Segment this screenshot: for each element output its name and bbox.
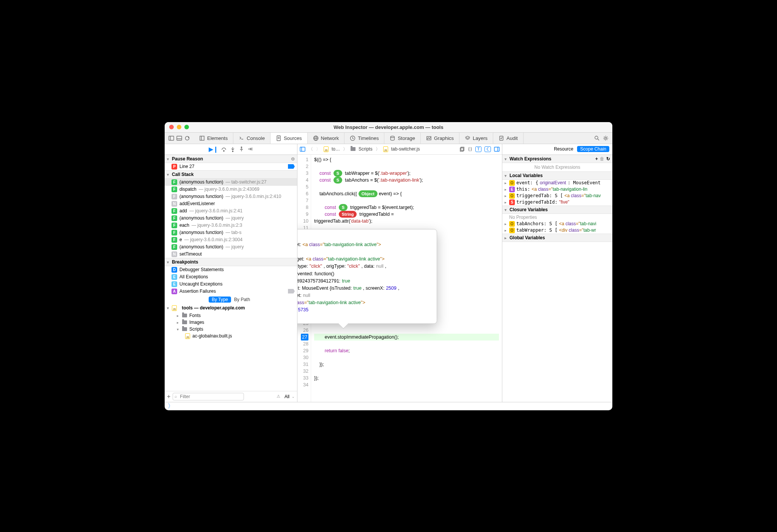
popover-property[interactable]: N relatedTarget: null (297, 292, 433, 299)
resume-icon[interactable]: ▶❙ (209, 146, 218, 153)
svg-point-22 (232, 151, 233, 151)
dock-bottom-icon[interactable] (176, 135, 182, 141)
tab-timelines[interactable]: Timelines (344, 133, 384, 144)
filetree-header[interactable]: JS tools — developer.apple.com (165, 304, 297, 312)
watch-expressions-header[interactable]: Watch Expressions + 🗑 ↻ (502, 155, 612, 163)
pause-reason-header[interactable]: Pause Reason⊖ (165, 155, 297, 163)
scope-variable[interactable]: E this: <a class="tab-navigation-lin (502, 186, 612, 193)
breakpoints-by-type-button[interactable]: By Type (209, 297, 231, 303)
filter-input[interactable] (173, 393, 244, 400)
breakpoints-header[interactable]: Breakpoints (165, 258, 297, 266)
popover-property[interactable]: E currentTarget: <a class="tab-navigatio… (297, 241, 433, 248)
type-chip-c[interactable]: C (484, 146, 491, 152)
warning-icon[interactable]: ⚠︎ (277, 394, 280, 399)
tab-graphics[interactable]: Graphics (421, 133, 459, 144)
step-out-icon[interactable] (239, 146, 244, 152)
call-stack-frame[interactable]: Feach — jquery-3.6.0.min.js:2:3 (165, 222, 297, 229)
popover-property[interactable]: N timeStamp: 5735 (297, 306, 433, 314)
popover-property[interactable]: O handleObj: {type: "click", origType: "… (297, 263, 433, 270)
svg-rect-29 (494, 147, 499, 151)
popover-property[interactable]: N data: null (297, 248, 433, 256)
file-item[interactable]: JSac-globalnav.built.js (170, 333, 297, 340)
scope-variable[interactable]: O triggeredTab: S [<a class="tab-nav (502, 193, 612, 199)
code-editor[interactable]: 1 2 3 4 5 6 7 8 9 10 11 12 13 14 15 16 1… (297, 155, 502, 402)
popover-property[interactable]: B jQuery36008924375739412791: true (297, 278, 433, 285)
popover-property[interactable]: O originalEvent: MouseEvent {isTrusted: … (297, 284, 433, 292)
scope-chain-tab[interactable]: Scope Chain (577, 146, 609, 152)
folder-item[interactable]: Scripts (170, 326, 297, 333)
step-over-icon[interactable] (221, 146, 227, 152)
tab-audit[interactable]: Audit (493, 133, 524, 144)
nav-forward-icon[interactable]: 〉 (316, 146, 321, 152)
console-icon (239, 135, 244, 141)
call-stack-frame[interactable]: Fdispatch — jquery-3.6.0.min.js:2:43069 (165, 186, 297, 193)
type-chip-t[interactable]: T (475, 146, 482, 152)
resource-tab[interactable]: Resource (554, 146, 573, 152)
call-stack-frame[interactable]: F(anonymous function) — jquery (165, 215, 297, 222)
copy-icon[interactable] (459, 146, 465, 152)
frame-badge-icon: F (171, 230, 177, 235)
breakpoint-item[interactable]: EAll Exceptions (165, 273, 297, 281)
scope-variable[interactable]: O event: {originalEvent: MouseEvent (502, 180, 612, 186)
tab-layers[interactable]: Layers (459, 133, 493, 144)
local-variables-header[interactable]: Local Variables (502, 171, 612, 180)
console-prompt[interactable]: 〉 (165, 402, 612, 410)
js-file-icon: JS (185, 333, 190, 339)
breakpoint-item[interactable]: DDebugger Statements (165, 266, 297, 273)
call-stack-frame[interactable]: Fadd — jquery-3.6.0.min.js:2:41 (165, 207, 297, 215)
tab-console[interactable]: Console (233, 133, 271, 144)
braces-icon[interactable]: {} (468, 146, 472, 152)
scope-variable[interactable]: O tabWrapper: S [<div class="tab-wr (502, 227, 612, 234)
gear-icon[interactable] (603, 135, 609, 141)
refresh-icon[interactable]: ↻ (606, 156, 610, 162)
call-stack-header[interactable]: Call Stack (165, 170, 297, 179)
breakpoint-item[interactable]: EUncaught Exceptions (165, 281, 297, 288)
tab-storage[interactable]: Storage (384, 133, 421, 144)
tab-network[interactable]: Network (308, 133, 345, 144)
search-icon[interactable] (594, 135, 600, 141)
filter-all-label[interactable]: All (285, 394, 289, 399)
folder-item[interactable]: Images (170, 319, 297, 326)
js-file-icon: JS (383, 146, 388, 152)
call-stack-frame[interactable]: F(anonymous function) — jquery (165, 243, 297, 251)
add-watch-icon[interactable]: + (595, 156, 598, 162)
popover-property[interactable]: S type: "click" (297, 313, 433, 320)
call-stack-frame[interactable]: Fe — jquery-3.6.0.min.js:2:3004 (165, 236, 297, 243)
svg-rect-5 (200, 136, 204, 140)
scope-variable[interactable]: S triggeredTabId: "five" (502, 199, 612, 206)
close-icon[interactable]: ⊖ (291, 156, 295, 162)
tab-sources[interactable]: Sources (271, 133, 308, 144)
nav-back-icon[interactable]: 〈 (308, 146, 313, 152)
popover-property[interactable]: E target: <a class="tab-navigation-link … (297, 299, 433, 306)
toggle-left-sidebar-icon[interactable] (300, 146, 305, 152)
folder-item[interactable]: Fonts (170, 312, 297, 319)
tab-elements[interactable]: Elements (194, 133, 233, 144)
breakpoint-item[interactable]: AAssertion Failures (165, 288, 297, 295)
add-icon[interactable]: + (167, 393, 170, 400)
step-icon[interactable] (247, 146, 253, 152)
call-stack-frame[interactable]: F(anonymous function) — jquery-3.6.0.min… (165, 193, 297, 200)
breakpoints-by-path-button[interactable]: By Path (231, 297, 253, 303)
scope-variable[interactable]: O tabAnchors: S [<a class="tab-navi (502, 221, 612, 227)
call-stack-frame[interactable]: NsetTimeout (165, 251, 297, 258)
chevron-down-icon[interactable]: ⌄ (292, 395, 295, 399)
global-variables-header[interactable]: Global Variables (502, 234, 612, 242)
call-stack-frame[interactable]: F(anonymous function) — tab-switcher.js:… (165, 179, 297, 186)
pause-reason-row[interactable]: P Line 27 (165, 163, 297, 170)
popover-property[interactable]: E delegateTarget: <a class="tab-navigati… (297, 255, 433, 263)
toggle-right-sidebar-icon[interactable] (494, 146, 500, 152)
trash-icon[interactable]: 🗑 (600, 156, 604, 162)
frame-badge-icon: F (171, 237, 177, 243)
folder-icon (182, 327, 187, 331)
source-editor-pane: 〈 〉 JSto… 〉Scripts 〉JStab-switcher.js {}… (297, 144, 502, 402)
dock-left-icon[interactable] (168, 135, 174, 141)
folder-icon (182, 320, 187, 324)
closure-variables-header[interactable]: Closure Variables (502, 206, 612, 214)
svg-point-15 (391, 136, 395, 138)
step-into-icon[interactable] (230, 146, 236, 152)
call-stack-frame[interactable]: NaddEventListener (165, 200, 297, 207)
watch-empty-label: No Watch Expressions (502, 163, 612, 171)
popover-property[interactable]: F isDefaultPrevented: function() (297, 270, 433, 278)
reload-icon[interactable] (184, 135, 190, 141)
call-stack-frame[interactable]: F(anonymous function) — tab-s (165, 229, 297, 236)
